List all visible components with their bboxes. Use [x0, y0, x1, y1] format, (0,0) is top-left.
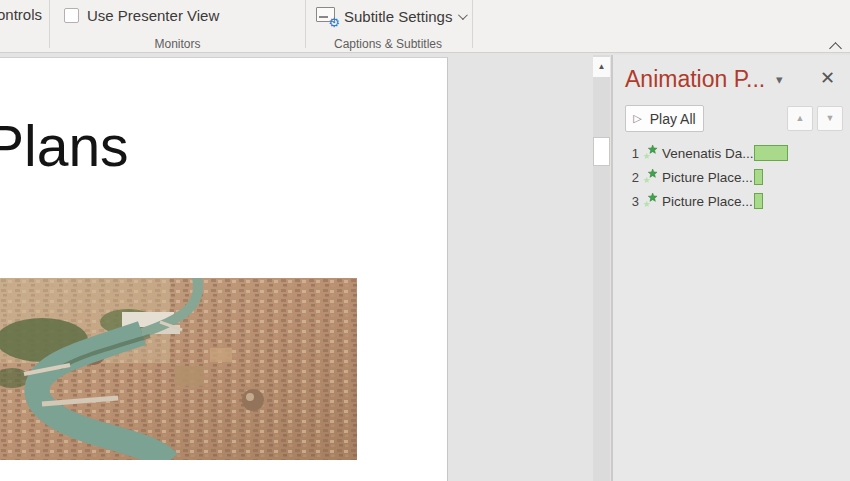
subtitle-settings-icon: ⚙: [316, 7, 338, 26]
captions-group-label: Captions & Subtitles: [312, 37, 464, 51]
scrollbar-thumb[interactable]: [593, 137, 610, 166]
animation-list-item[interactable]: 1 Venenatis Da...: [613, 143, 850, 165]
animation-list-item[interactable]: 3 Picture Place...: [613, 191, 850, 213]
subtitle-settings-button[interactable]: ⚙ Subtitle Settings: [316, 4, 465, 28]
play-all-button[interactable]: ▷ Play All: [625, 105, 704, 132]
chevron-down-icon: [458, 10, 468, 20]
animation-list-item[interactable]: 2 Picture Place...: [613, 167, 850, 189]
animation-pane-title: Animation P...: [625, 66, 765, 93]
entrance-star-icon: [643, 169, 658, 184]
subtitle-settings-label: Subtitle Settings: [344, 8, 452, 25]
animation-order-number: 3: [627, 194, 639, 209]
move-later-button[interactable]: ▼: [817, 106, 843, 131]
rome-aerial-photo[interactable]: [0, 278, 357, 460]
scroll-up-icon: ▲: [598, 62, 606, 71]
move-earlier-button[interactable]: ▲: [787, 106, 813, 131]
close-icon[interactable]: ✕: [820, 67, 835, 89]
play-icon: ▷: [633, 112, 641, 125]
slide-title[interactable]: Plans: [0, 113, 129, 179]
cut-off-group-label: ontrols: [0, 6, 42, 23]
scroll-up-button[interactable]: ▲: [593, 57, 610, 77]
monitors-group-label: Monitors: [120, 37, 235, 51]
play-all-label: Play All: [650, 111, 696, 127]
ribbon-separator: [305, 0, 306, 48]
move-later-icon: ▼: [826, 113, 835, 123]
use-presenter-view-checkbox[interactable]: [64, 8, 79, 23]
ribbon-separator: [472, 0, 473, 48]
animation-timing-bar[interactable]: [754, 169, 763, 185]
animation-label: Venenatis Da...: [662, 146, 754, 161]
ribbon: ontrols Use Presenter View Monitors ⚙ Su…: [0, 0, 850, 53]
animation-order-number: 1: [627, 146, 639, 161]
use-presenter-view-label[interactable]: Use Presenter View: [87, 7, 219, 24]
collapse-ribbon-icon[interactable]: [829, 42, 842, 55]
animation-order-number: 2: [627, 170, 639, 185]
move-earlier-icon: ▲: [796, 113, 805, 123]
pane-dropdown-icon[interactable]: ▾: [776, 72, 783, 87]
animation-pane: Animation P... ▾ ✕ ▷ Play All ▲ ▼ 1 Vene…: [613, 55, 850, 481]
entrance-star-icon: [643, 145, 658, 160]
animation-label: Picture Place...: [662, 170, 753, 185]
gear-icon: ⚙: [328, 16, 340, 29]
animation-timing-bar[interactable]: [754, 193, 763, 209]
animation-timing-bar[interactable]: [754, 145, 788, 161]
animation-label: Picture Place...: [662, 194, 753, 209]
powerpoint-window: ontrols Use Presenter View Monitors ⚙ Su…: [0, 0, 850, 481]
ribbon-separator: [49, 0, 50, 48]
vertical-scrollbar[interactable]: ▲: [593, 55, 610, 481]
slide-canvas[interactable]: Plans: [0, 57, 448, 481]
entrance-star-icon: [643, 193, 658, 208]
